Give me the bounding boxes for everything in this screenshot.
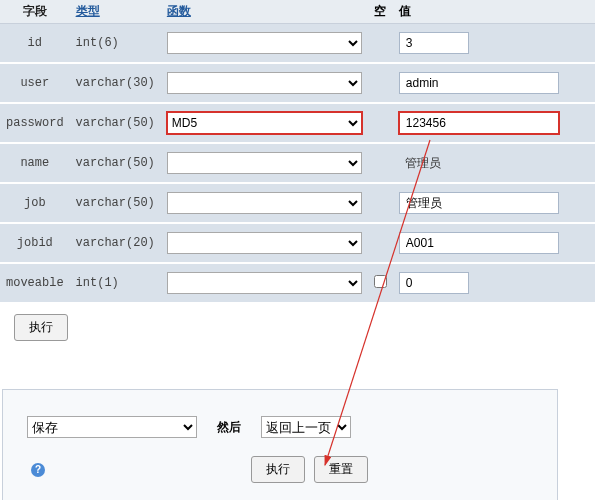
- field-name: password: [0, 103, 70, 143]
- function-select[interactable]: [167, 152, 362, 174]
- function-select[interactable]: [167, 72, 362, 94]
- table-row: jobvarchar(50): [0, 183, 595, 223]
- function-select[interactable]: [167, 232, 362, 254]
- action-sub-select[interactable]: 返回上一页: [261, 416, 351, 438]
- field-type: varchar(50): [70, 183, 161, 223]
- footer-panel: 保存 然后 返回上一页 ? 执行 重置: [2, 389, 558, 500]
- value-static: 管理员: [399, 154, 447, 172]
- then-label: 然后: [217, 419, 241, 436]
- value-input[interactable]: [399, 72, 559, 94]
- field-name: jobid: [0, 223, 70, 263]
- value-input[interactable]: [399, 112, 559, 134]
- help-icon[interactable]: ?: [31, 463, 45, 477]
- field-type: int(6): [70, 24, 161, 64]
- field-name: id: [0, 24, 70, 64]
- field-name: name: [0, 143, 70, 183]
- table-row: passwordvarchar(50)MD5: [0, 103, 595, 143]
- value-input[interactable]: [399, 232, 559, 254]
- table-row: idint(6): [0, 24, 595, 64]
- header-value: 值: [393, 0, 595, 24]
- table-row: uservarchar(30): [0, 63, 595, 103]
- header-field: 字段: [0, 0, 70, 24]
- field-name: user: [0, 63, 70, 103]
- value-input[interactable]: [399, 32, 469, 54]
- field-type: varchar(50): [70, 143, 161, 183]
- reset-button[interactable]: 重置: [314, 456, 368, 483]
- table-row: moveableint(1): [0, 263, 595, 303]
- header-type-link[interactable]: 类型: [76, 5, 100, 19]
- execute-button-bottom[interactable]: 执行: [251, 456, 305, 483]
- field-type: varchar(30): [70, 63, 161, 103]
- field-type: varchar(50): [70, 103, 161, 143]
- header-null: 空: [368, 0, 393, 24]
- table-row: namevarchar(50)管理员: [0, 143, 595, 183]
- value-input[interactable]: [399, 192, 559, 214]
- null-checkbox[interactable]: [374, 275, 387, 288]
- field-type: int(1): [70, 263, 161, 303]
- field-name: moveable: [0, 263, 70, 303]
- action-main-select[interactable]: 保存: [27, 416, 197, 438]
- function-select[interactable]: MD5: [167, 112, 362, 134]
- value-input[interactable]: [399, 272, 469, 294]
- field-type: varchar(20): [70, 223, 161, 263]
- table-row: jobidvarchar(20): [0, 223, 595, 263]
- function-select[interactable]: [167, 32, 362, 54]
- header-func-link[interactable]: 函数: [167, 4, 191, 18]
- execute-button-top[interactable]: 执行: [14, 314, 68, 341]
- function-select[interactable]: [167, 192, 362, 214]
- field-name: job: [0, 183, 70, 223]
- function-select[interactable]: [167, 272, 362, 294]
